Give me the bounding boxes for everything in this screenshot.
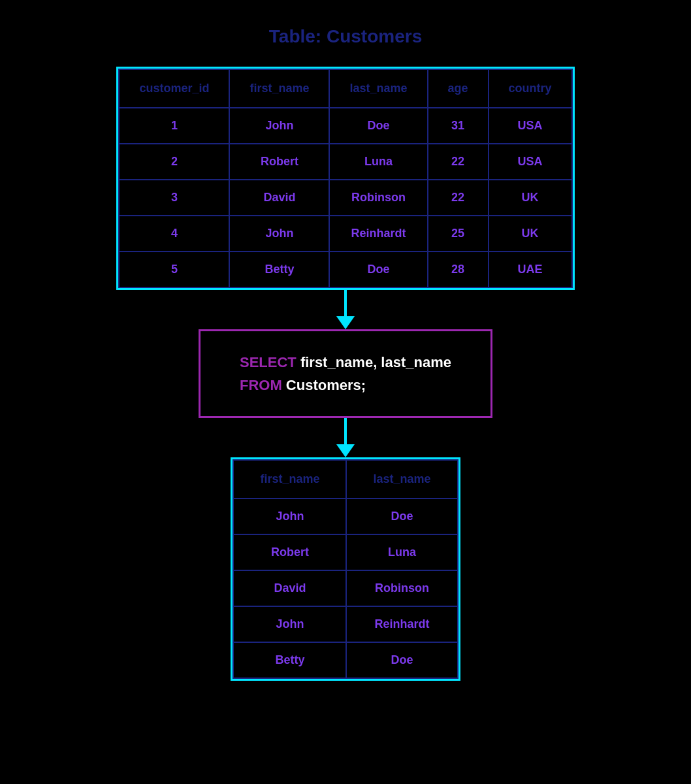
result-col-last-name: last_name	[346, 460, 457, 498]
page-title: Table: Customers	[269, 26, 422, 47]
customers-table-container: customer_id first_name last_name age cou…	[116, 67, 574, 290]
result-cell-1-0: Robert	[233, 534, 346, 570]
table-cell-3-4: UK	[489, 216, 572, 252]
result-cell-3-1: Reinhardt	[346, 606, 457, 642]
result-cell-2-0: David	[233, 570, 346, 606]
sql-select-keyword: SELECT	[240, 354, 297, 370]
table-row: 3DavidRobinson22UK	[119, 180, 571, 216]
table-cell-3-1: John	[229, 216, 329, 252]
sql-from-text: Customers;	[282, 377, 366, 393]
arrow-shaft-1	[344, 290, 347, 316]
table-header-row: customer_id first_name last_name age cou…	[119, 69, 571, 108]
table-cell-4-0: 5	[119, 252, 229, 287]
result-cell-4-1: Doe	[346, 642, 457, 678]
table-cell-3-0: 4	[119, 216, 229, 252]
result-cell-2-1: Robinson	[346, 570, 457, 606]
col-header-last-name: last_name	[329, 69, 427, 108]
table-cell-3-2: Reinhardt	[329, 216, 427, 252]
table-row: 4JohnReinhardt25UK	[119, 216, 571, 252]
col-header-age: age	[428, 69, 489, 108]
table-cell-1-4: USA	[489, 144, 572, 180]
arrow-head-2	[336, 444, 355, 457]
sql-from-keyword: FROM	[240, 377, 282, 393]
table-cell-2-4: UK	[489, 180, 572, 216]
col-header-customer-id: customer_id	[119, 69, 229, 108]
result-cell-0-1: Doe	[346, 498, 457, 534]
table-cell-0-3: 31	[428, 108, 489, 144]
table-cell-2-2: Robinson	[329, 180, 427, 216]
table-row: 1JohnDoe31USA	[119, 108, 571, 144]
result-cell-0-0: John	[233, 498, 346, 534]
sql-select-text: first_name, last_name	[297, 354, 451, 370]
sql-query-box: SELECT first_name, last_name FROM Custom…	[199, 329, 492, 418]
table-cell-4-3: 28	[428, 252, 489, 287]
result-cell-4-0: Betty	[233, 642, 346, 678]
table-cell-4-2: Doe	[329, 252, 427, 287]
result-table-row: BettyDoe	[233, 642, 457, 678]
table-cell-4-1: Betty	[229, 252, 329, 287]
arrow-2	[336, 418, 355, 457]
result-header-row: first_name last_name	[233, 460, 457, 498]
result-table: first_name last_name JohnDoeRobertLunaDa…	[233, 459, 458, 679]
col-header-country: country	[489, 69, 572, 108]
table-cell-1-3: 22	[428, 144, 489, 180]
table-cell-0-2: Doe	[329, 108, 427, 144]
arrow-1	[336, 290, 355, 329]
table-cell-0-1: John	[229, 108, 329, 144]
col-header-first-name: first_name	[229, 69, 329, 108]
result-table-row: JohnDoe	[233, 498, 457, 534]
customers-table: customer_id first_name last_name age cou…	[118, 69, 572, 288]
table-cell-0-4: USA	[489, 108, 572, 144]
result-col-first-name: first_name	[233, 460, 346, 498]
table-row: 2RobertLuna22USA	[119, 144, 571, 180]
table-cell-1-1: Robert	[229, 144, 329, 180]
result-table-row: RobertLuna	[233, 534, 457, 570]
table-cell-2-1: David	[229, 180, 329, 216]
table-row: 5BettyDoe28UAE	[119, 252, 571, 287]
result-table-container: first_name last_name JohnDoeRobertLunaDa…	[231, 457, 460, 681]
result-table-row: DavidRobinson	[233, 570, 457, 606]
table-cell-4-4: UAE	[489, 252, 572, 287]
result-cell-1-1: Luna	[346, 534, 457, 570]
table-cell-1-0: 2	[119, 144, 229, 180]
result-table-row: JohnReinhardt	[233, 606, 457, 642]
result-cell-3-0: John	[233, 606, 346, 642]
arrow-shaft-2	[344, 418, 347, 444]
table-cell-2-3: 22	[428, 180, 489, 216]
table-cell-1-2: Luna	[329, 144, 427, 180]
table-cell-3-3: 25	[428, 216, 489, 252]
sql-line-1: SELECT first_name, last_name	[240, 351, 451, 374]
arrow-head-1	[336, 316, 355, 329]
table-cell-2-0: 3	[119, 180, 229, 216]
table-cell-0-0: 1	[119, 108, 229, 144]
sql-line-2: FROM Customers;	[240, 374, 451, 397]
